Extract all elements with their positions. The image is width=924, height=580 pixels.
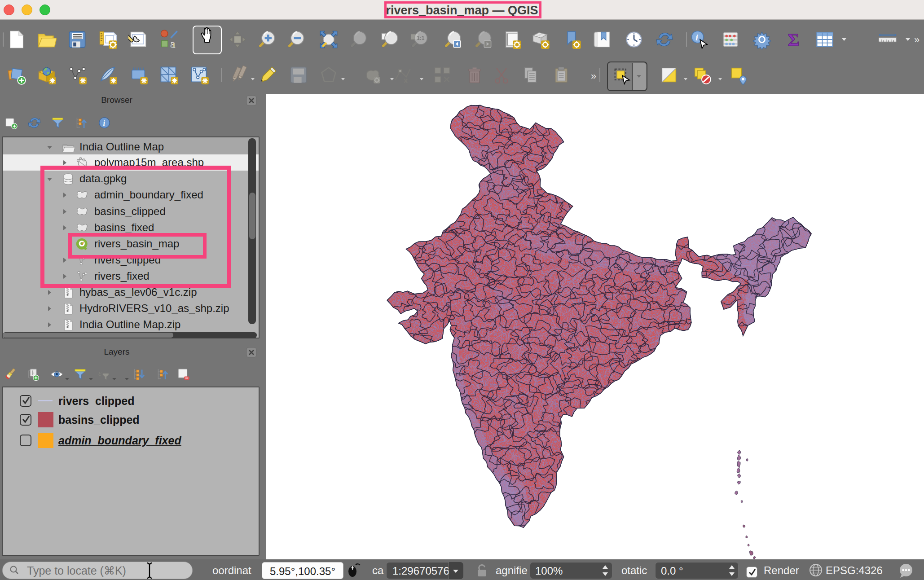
svg-text:Σ: Σ [788, 30, 800, 49]
svg-text:1:1: 1:1 [417, 35, 425, 41]
svg-text:i: i [103, 119, 106, 127]
svg-text:i: i [695, 32, 698, 42]
svg-text:a: a [170, 38, 175, 49]
svg-text:ε: ε [98, 369, 102, 378]
